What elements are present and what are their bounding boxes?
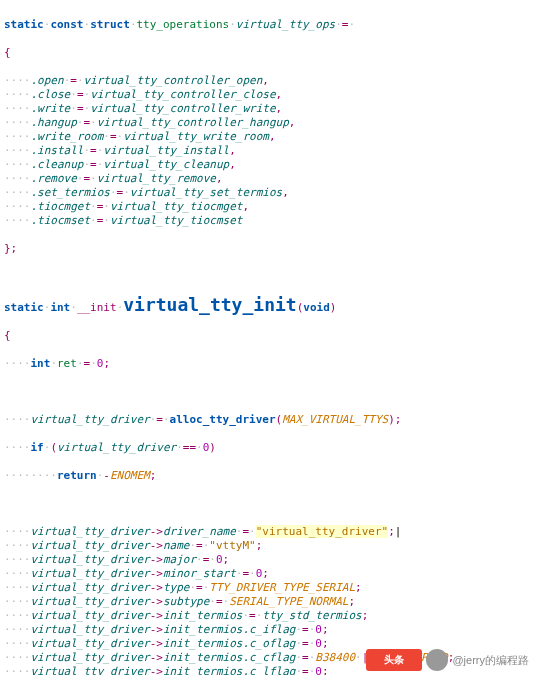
attribution-watermark: 头条 @jerry的编程路 <box>366 649 529 671</box>
author-name: @jerry的编程路 <box>452 653 529 667</box>
brand-logo-icon: 头条 <box>366 649 422 671</box>
avatar-icon <box>426 649 448 671</box>
code-block: static·const·struct·tty_operations·virtu… <box>4 4 529 675</box>
